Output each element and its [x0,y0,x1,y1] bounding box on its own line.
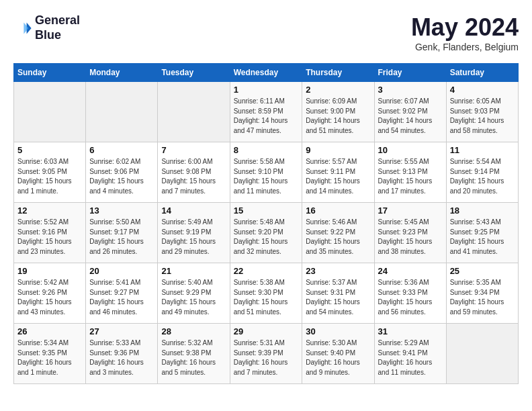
day-info: Sunrise: 6:11 AM Sunset: 8:59 PM Dayligh… [234,97,299,136]
day-number: 27 [89,326,154,336]
weekday-header-wednesday: Wednesday [230,64,302,82]
page-header: General Blue May 2024 Genk, Flanders, Be… [13,13,519,52]
calendar-week-3: 12Sunrise: 5:52 AM Sunset: 9:16 PM Dayli… [14,203,519,263]
day-info: Sunrise: 5:48 AM Sunset: 9:20 PM Dayligh… [234,218,299,257]
calendar-table: SundayMondayTuesdayWednesdayThursdayFrid… [13,63,519,384]
day-number: 2 [306,85,370,95]
day-number: 4 [450,85,515,95]
calendar-cell: 1Sunrise: 6:11 AM Sunset: 8:59 PM Daylig… [230,82,302,142]
calendar-cell: 24Sunrise: 5:36 AM Sunset: 9:33 PM Dayli… [374,263,446,324]
calendar-cell: 19Sunrise: 5:42 AM Sunset: 9:26 PM Dayli… [14,263,86,324]
calendar-cell: 6Sunrise: 6:02 AM Sunset: 9:06 PM Daylig… [86,142,158,203]
day-info: Sunrise: 5:55 AM Sunset: 9:13 PM Dayligh… [378,157,443,196]
day-number: 23 [306,266,370,276]
calendar-cell [446,324,518,384]
day-number: 7 [161,145,226,155]
calendar-cell: 18Sunrise: 5:43 AM Sunset: 9:25 PM Dayli… [446,203,518,263]
calendar-cell: 23Sunrise: 5:37 AM Sunset: 9:31 PM Dayli… [302,263,374,324]
day-number: 18 [450,205,515,216]
day-info: Sunrise: 5:36 AM Sunset: 9:33 PM Dayligh… [378,278,443,317]
day-number: 29 [234,326,299,336]
day-number: 19 [17,266,82,276]
calendar-cell: 21Sunrise: 5:40 AM Sunset: 9:29 PM Dayli… [158,263,230,324]
day-number: 1 [234,85,299,95]
day-number: 6 [89,145,154,155]
calendar-cell: 8Sunrise: 5:58 AM Sunset: 9:10 PM Daylig… [230,142,302,203]
calendar-cell: 26Sunrise: 5:34 AM Sunset: 9:35 PM Dayli… [14,324,86,384]
day-number: 22 [234,266,299,276]
weekday-header-monday: Monday [86,64,158,82]
day-number: 10 [378,145,443,155]
day-info: Sunrise: 5:50 AM Sunset: 9:17 PM Dayligh… [89,218,154,257]
day-info: Sunrise: 5:41 AM Sunset: 9:27 PM Dayligh… [89,278,154,317]
calendar-week-5: 26Sunrise: 5:34 AM Sunset: 9:35 PM Dayli… [14,324,519,384]
day-number: 9 [306,145,370,155]
weekday-header-thursday: Thursday [302,64,374,82]
weekday-header-tuesday: Tuesday [158,64,230,82]
calendar-cell: 4Sunrise: 6:05 AM Sunset: 9:03 PM Daylig… [446,82,518,142]
day-number: 31 [378,326,443,336]
day-info: Sunrise: 5:31 AM Sunset: 9:39 PM Dayligh… [234,338,299,377]
logo-text: General Blue [35,13,80,42]
day-info: Sunrise: 6:03 AM Sunset: 9:05 PM Dayligh… [17,157,82,196]
calendar-cell: 20Sunrise: 5:41 AM Sunset: 9:27 PM Dayli… [86,263,158,324]
calendar-cell: 27Sunrise: 5:33 AM Sunset: 9:36 PM Dayli… [86,324,158,384]
day-info: Sunrise: 5:35 AM Sunset: 9:34 PM Dayligh… [450,278,515,317]
day-info: Sunrise: 5:46 AM Sunset: 9:22 PM Dayligh… [306,218,370,257]
calendar-cell: 25Sunrise: 5:35 AM Sunset: 9:34 PM Dayli… [446,263,518,324]
day-info: Sunrise: 5:32 AM Sunset: 9:38 PM Dayligh… [161,338,226,377]
day-number: 26 [17,326,82,336]
calendar-cell: 28Sunrise: 5:32 AM Sunset: 9:38 PM Dayli… [158,324,230,384]
logo: General Blue [13,13,80,42]
calendar-cell: 2Sunrise: 6:09 AM Sunset: 9:00 PM Daylig… [302,82,374,142]
calendar-cell: 31Sunrise: 5:29 AM Sunset: 9:41 PM Dayli… [374,324,446,384]
day-number: 8 [234,145,299,155]
day-info: Sunrise: 5:40 AM Sunset: 9:29 PM Dayligh… [161,278,226,317]
day-info: Sunrise: 5:52 AM Sunset: 9:16 PM Dayligh… [17,218,82,257]
day-number: 28 [161,326,226,336]
day-info: Sunrise: 5:29 AM Sunset: 9:41 PM Dayligh… [378,338,443,377]
day-info: Sunrise: 6:02 AM Sunset: 9:06 PM Dayligh… [89,157,154,196]
month-title: May 2024 [411,13,519,42]
logo-icon [13,19,32,38]
day-number: 14 [161,205,226,216]
calendar-cell [14,82,86,142]
day-number: 12 [17,205,82,216]
day-number: 21 [161,266,226,276]
day-number: 25 [450,266,515,276]
calendar-cell: 13Sunrise: 5:50 AM Sunset: 9:17 PM Dayli… [86,203,158,263]
day-number: 5 [17,145,82,155]
day-number: 13 [89,205,154,216]
location-subtitle: Genk, Flanders, Belgium [411,42,519,52]
calendar-cell: 30Sunrise: 5:30 AM Sunset: 9:40 PM Dayli… [302,324,374,384]
day-info: Sunrise: 5:57 AM Sunset: 9:11 PM Dayligh… [306,157,370,196]
calendar-cell: 12Sunrise: 5:52 AM Sunset: 9:16 PM Dayli… [14,203,86,263]
day-info: Sunrise: 5:37 AM Sunset: 9:31 PM Dayligh… [306,278,370,317]
calendar-cell: 15Sunrise: 5:48 AM Sunset: 9:20 PM Dayli… [230,203,302,263]
day-info: Sunrise: 5:33 AM Sunset: 9:36 PM Dayligh… [89,338,154,377]
calendar-week-4: 19Sunrise: 5:42 AM Sunset: 9:26 PM Dayli… [14,263,519,324]
day-info: Sunrise: 5:49 AM Sunset: 9:19 PM Dayligh… [161,218,226,257]
day-number: 11 [450,145,515,155]
calendar-cell: 11Sunrise: 5:54 AM Sunset: 9:14 PM Dayli… [446,142,518,203]
weekday-header-sunday: Sunday [14,64,86,82]
weekday-header-friday: Friday [374,64,446,82]
calendar-cell: 29Sunrise: 5:31 AM Sunset: 9:39 PM Dayli… [230,324,302,384]
calendar-cell: 3Sunrise: 6:07 AM Sunset: 9:02 PM Daylig… [374,82,446,142]
calendar-cell: 14Sunrise: 5:49 AM Sunset: 9:19 PM Dayli… [158,203,230,263]
calendar-cell [86,82,158,142]
calendar-cell: 16Sunrise: 5:46 AM Sunset: 9:22 PM Dayli… [302,203,374,263]
day-info: Sunrise: 5:30 AM Sunset: 9:40 PM Dayligh… [306,338,370,377]
day-info: Sunrise: 6:07 AM Sunset: 9:02 PM Dayligh… [378,97,443,136]
day-number: 16 [306,205,370,216]
calendar-cell: 22Sunrise: 5:38 AM Sunset: 9:30 PM Dayli… [230,263,302,324]
calendar-cell [158,82,230,142]
day-number: 17 [378,205,443,216]
calendar-week-1: 1Sunrise: 6:11 AM Sunset: 8:59 PM Daylig… [14,82,519,142]
calendar-cell: 7Sunrise: 6:00 AM Sunset: 9:08 PM Daylig… [158,142,230,203]
calendar-cell: 17Sunrise: 5:45 AM Sunset: 9:23 PM Dayli… [374,203,446,263]
day-info: Sunrise: 6:00 AM Sunset: 9:08 PM Dayligh… [161,157,226,196]
day-number: 20 [89,266,154,276]
day-number: 24 [378,266,443,276]
day-info: Sunrise: 5:58 AM Sunset: 9:10 PM Dayligh… [234,157,299,196]
